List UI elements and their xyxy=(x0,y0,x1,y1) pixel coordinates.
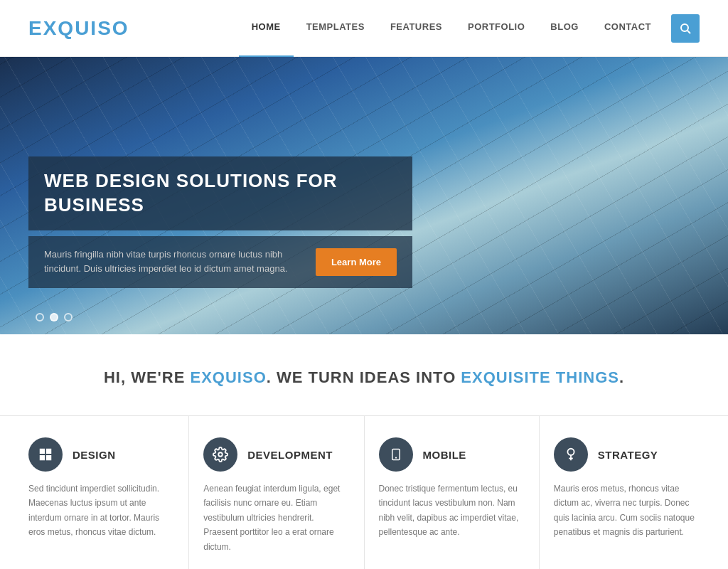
hero-section: WEB DESIGN SOLUTIONS FOR BUSINESS Mauris… xyxy=(0,57,728,334)
feature-desc-development: Aenean feugiat interdum ligula, eget fac… xyxy=(203,482,349,554)
tagline-brand: EXQUISO xyxy=(191,368,267,386)
svg-point-5 xyxy=(567,449,574,455)
search-icon xyxy=(680,23,691,34)
search-button[interactable] xyxy=(671,14,700,43)
logo-text: EXQUIS xyxy=(28,17,112,39)
tagline-prefix: HI, WE'RE xyxy=(104,368,191,386)
feature-header-mobile: MOBILE xyxy=(379,437,525,472)
main-nav: HOMETEMPLATESFEATURESPORTFOLIOBLOGCONTAC… xyxy=(239,0,700,58)
hero-title-box: WEB DESIGN SOLUTIONS FOR BUSINESS xyxy=(28,156,412,230)
hero-title: WEB DESIGN SOLUTIONS FOR BUSINESS xyxy=(44,169,397,218)
logo-accent: O xyxy=(112,17,129,39)
tagline-middle: . WE TURN IDEAS INTO xyxy=(267,368,461,386)
slider-dots xyxy=(36,313,73,321)
nav-item-templates[interactable]: TEMPLATES xyxy=(294,0,378,58)
svg-line-1 xyxy=(687,31,690,33)
nav-item-contact[interactable]: CONTACT xyxy=(592,0,664,58)
feature-card-design: DESIGNSed tincidunt imperdiet sollicitud… xyxy=(14,416,189,569)
features-section: DESIGNSed tincidunt imperdiet sollicitud… xyxy=(0,415,728,569)
learn-more-button[interactable]: Learn More xyxy=(316,248,397,276)
feature-header-design: DESIGN xyxy=(28,437,174,472)
nav-item-features[interactable]: FEATURES xyxy=(378,0,455,58)
svg-point-0 xyxy=(681,24,688,31)
tagline-suffix: . xyxy=(619,368,624,386)
nav-item-home[interactable]: HOME xyxy=(239,0,294,58)
hero-description: Mauris fringilla nibh vitae turpis rhonc… xyxy=(44,248,301,277)
feature-card-strategy: STRATEGYMauris eros metus, rhoncus vitae… xyxy=(540,416,714,569)
feature-desc-design: Sed tincidunt imperdiet sollicitudin. Ma… xyxy=(28,482,174,540)
feature-title-design: DESIGN xyxy=(73,449,116,461)
feature-icon-design xyxy=(28,437,63,472)
feature-title-mobile: MOBILE xyxy=(423,449,466,461)
feature-desc-strategy: Mauris eros metus, rhoncus vitae dictum … xyxy=(554,482,700,540)
slider-dot-3[interactable] xyxy=(64,313,73,321)
header: EXQUISO HOMETEMPLATESFEATURESPORTFOLIOBL… xyxy=(0,0,728,57)
feature-card-mobile: MOBILEDonec tristique fermentum lectus, … xyxy=(365,416,540,569)
svg-point-2 xyxy=(219,452,223,457)
feature-icon-development xyxy=(203,437,237,472)
hero-overlay: WEB DESIGN SOLUTIONS FOR BUSINESS Mauris… xyxy=(28,156,412,288)
feature-desc-mobile: Donec tristique fermentum lectus, eu tin… xyxy=(379,482,525,540)
feature-header-strategy: STRATEGY xyxy=(554,437,700,472)
slider-dot-2[interactable] xyxy=(50,313,58,321)
tagline-section: HI, WE'RE EXQUISO. WE TURN IDEAS INTO EX… xyxy=(0,334,728,415)
feature-icon-strategy xyxy=(554,437,588,472)
nav-item-portfolio[interactable]: PORTFOLIO xyxy=(455,0,537,58)
feature-header-development: DEVELOPMENT xyxy=(203,437,349,472)
nav-item-blog[interactable]: BLOG xyxy=(537,0,592,58)
tagline-accent: EXQUISITE THINGS xyxy=(461,368,619,386)
feature-card-development: DEVELOPMENTAenean feugiat interdum ligul… xyxy=(189,416,364,569)
feature-icon-mobile xyxy=(379,437,413,472)
slider-dot-1[interactable] xyxy=(36,313,44,321)
hero-desc-box: Mauris fringilla nibh vitae turpis rhonc… xyxy=(28,236,412,289)
logo[interactable]: EXQUISO xyxy=(28,17,129,40)
feature-title-development: DEVELOPMENT xyxy=(247,449,333,461)
feature-title-strategy: STRATEGY xyxy=(598,449,658,461)
